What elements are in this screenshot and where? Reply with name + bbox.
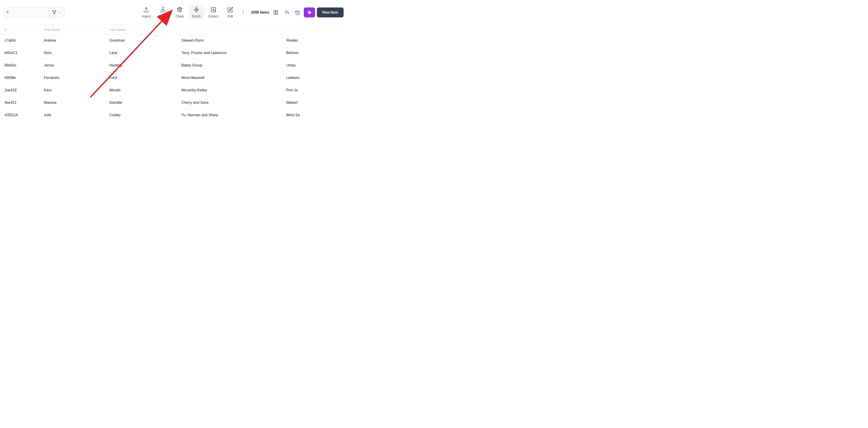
col-header-first-name: First Name	[39, 25, 105, 34]
extract-button[interactable]: Extract	[205, 5, 221, 20]
cell-first-name: Julie	[39, 109, 105, 121]
lightning-icon	[307, 10, 312, 15]
cell-last-name: Lane	[105, 47, 177, 59]
import-button[interactable]: Import	[138, 5, 154, 20]
cell-company: Cherry and Sons	[177, 96, 282, 109]
cell-first-name: Fernando	[39, 72, 105, 84]
cell-company: Yu, Norman and Sharp	[177, 109, 282, 121]
cell-city: West Sa	[282, 109, 347, 121]
cell-city: Bethsid	[282, 47, 347, 59]
svg-rect-9	[276, 10, 278, 14]
cell-id: 9ee311	[0, 96, 39, 109]
table-row[interactable]: 9ee311 Marissa Gamble Cherry and Sons We…	[0, 96, 347, 109]
filter-icon	[52, 10, 57, 15]
cell-first-name: Alvin	[39, 47, 105, 59]
svg-marker-0	[53, 11, 56, 14]
cell-city: Port Ja	[282, 84, 347, 96]
edit-button[interactable]: Edit	[222, 5, 238, 20]
cell-city: Rowlan	[282, 34, 347, 47]
columns-toggle-button[interactable]	[271, 8, 280, 17]
export-label: Export	[158, 14, 167, 18]
sort-button[interactable]	[282, 8, 291, 17]
history-icon	[295, 10, 300, 15]
new-item-button[interactable]: New Item	[317, 7, 344, 18]
table-row[interactable]: c7ab0c Andrew Goodman Stewart-Flynn Rowl…	[0, 34, 347, 47]
table-header: d First Name Last Name	[0, 25, 347, 34]
cell-first-name: Jenna	[39, 59, 105, 72]
sort-icon	[284, 10, 289, 15]
table-row[interactable]: 88d2ac Jenna Harding Bailey Group Uniqu	[0, 59, 347, 72]
cell-id: 68f3Be	[0, 72, 39, 84]
toolbar-actions: Import Export	[138, 5, 247, 20]
cell-id: c7ab0c	[0, 34, 39, 47]
export-button[interactable]: Export	[155, 5, 171, 20]
cell-first-name: Andrew	[39, 34, 105, 47]
enrich-icon	[193, 7, 199, 13]
cell-city: Leeboro	[282, 72, 347, 84]
edit-label: Edit	[228, 14, 233, 18]
clean-button[interactable]: Clean	[172, 5, 188, 20]
toolbar-right: 1000 items	[251, 7, 344, 18]
cell-id: 88d2ac	[0, 59, 39, 72]
enrich-button[interactable]: Enrich	[188, 5, 204, 20]
import-label: Import	[142, 14, 151, 18]
import-icon	[143, 7, 149, 13]
search-area	[4, 7, 64, 18]
extract-label: Extract	[209, 14, 218, 18]
svg-marker-14	[308, 10, 311, 14]
clean-icon	[177, 7, 183, 13]
columns-icon	[273, 10, 278, 15]
col-header-city	[282, 25, 347, 34]
col-header-id: d	[0, 25, 39, 34]
table-container: d First Name Last Name c7ab0c Andrew Goo…	[0, 25, 347, 171]
table-row[interactable]: 68f3Be Fernando Ford Moss-Maxwell Leebor…	[0, 72, 347, 84]
clean-label: Clean	[176, 14, 184, 18]
table-row[interactable]: 43DD1A Julie Cooley Yu, Norman and Sharp…	[0, 109, 347, 121]
more-options-button[interactable]: ⋮	[239, 8, 247, 17]
cell-id: 2ae41E	[0, 84, 39, 96]
cell-company: Mccarthy-Kelley	[177, 84, 282, 96]
cell-id: 43DD1A	[0, 109, 39, 121]
enrich-label: Enrich	[192, 14, 201, 18]
cell-last-name: Gamble	[105, 96, 177, 109]
cell-company: Moss-Maxwell	[177, 72, 282, 84]
col-header-last-name: Last Name	[105, 25, 177, 34]
cell-first-name: Marissa	[39, 96, 105, 109]
history-button[interactable]	[293, 8, 302, 17]
svg-rect-8	[274, 10, 275, 14]
table-body: c7ab0c Andrew Goodman Stewart-Flynn Rowl…	[0, 34, 347, 121]
extract-icon	[211, 7, 216, 13]
data-table: d First Name Last Name c7ab0c Andrew Goo…	[0, 25, 347, 121]
enrich-quick-button[interactable]	[304, 7, 315, 18]
cell-id: b65eC3	[0, 47, 39, 59]
svg-marker-6	[194, 7, 199, 12]
cell-company: Bailey Group	[177, 59, 282, 72]
cell-city: Webert	[282, 96, 347, 109]
cell-last-name: Woods	[105, 84, 177, 96]
table-row[interactable]: 2ae41E Kara Woods Mccarthy-Kelley Port J…	[0, 84, 347, 96]
cell-city: Uniqu	[282, 59, 347, 72]
col-header-company	[177, 25, 282, 34]
cell-last-name: Cooley	[105, 109, 177, 121]
search-input[interactable]	[4, 7, 49, 18]
cell-last-name: Goodman	[105, 34, 177, 47]
items-count: 1000 items	[251, 10, 270, 14]
cell-last-name: Ford	[105, 72, 177, 84]
cell-company: Terry, Proctor and Lawrence	[177, 47, 282, 59]
cell-first-name: Kara	[39, 84, 105, 96]
toolbar: Import Export	[0, 0, 347, 25]
table-row[interactable]: b65eC3 Alvin Lane Terry, Proctor and Law…	[0, 47, 347, 59]
export-icon	[160, 7, 166, 13]
chevron-down-icon	[58, 11, 61, 14]
cell-last-name: Harding	[105, 59, 177, 72]
edit-icon	[227, 7, 233, 13]
cell-company: Stewart-Flynn	[177, 34, 282, 47]
filter-button[interactable]	[49, 7, 64, 18]
